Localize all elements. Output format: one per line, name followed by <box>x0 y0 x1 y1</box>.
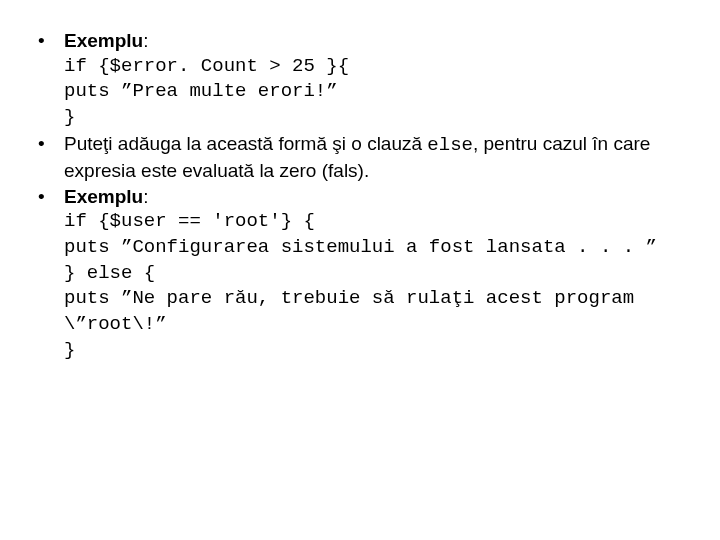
example-label: Exemplu <box>64 186 143 207</box>
code-line: puts ”Prea multe erori!” <box>64 79 700 105</box>
bullet-list: Exemplu: if {$error. Count > 25 }{ puts … <box>20 28 700 363</box>
code-line: if {$error. Count > 25 }{ <box>64 54 700 80</box>
code-word-else: else <box>427 134 473 156</box>
colon: : <box>143 186 148 207</box>
code-line: puts ”Ne pare rău, trebuie să rulaţi ace… <box>64 286 700 337</box>
colon: : <box>143 30 148 51</box>
slide-body: Exemplu: if {$error. Count > 25 }{ puts … <box>0 0 720 383</box>
bullet-item-2: Puteţi adăuga la această formă şi o clau… <box>20 131 700 184</box>
code-line: if {$user == 'root'} { <box>64 209 700 235</box>
text-pre: Puteţi adăuga la această formă şi o clau… <box>64 133 427 154</box>
code-line: } <box>64 338 700 364</box>
code-line: } else { <box>64 261 700 287</box>
code-line: puts ”Configurarea sistemului a fost lan… <box>64 235 700 261</box>
bullet-item-3: Exemplu: if {$user == 'root'} { puts ”Co… <box>20 184 700 363</box>
code-line: } <box>64 105 700 131</box>
example-label: Exemplu <box>64 30 143 51</box>
bullet-item-1: Exemplu: if {$error. Count > 25 }{ puts … <box>20 28 700 131</box>
